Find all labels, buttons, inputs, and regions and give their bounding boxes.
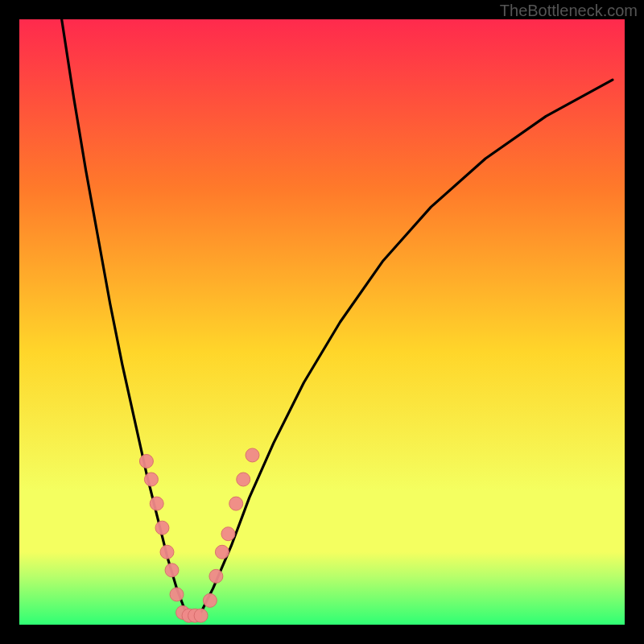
marker-left-6: [170, 588, 184, 601]
marker-left-3: [155, 521, 169, 535]
marker-left-5: [165, 564, 179, 577]
marker-right-1: [209, 569, 223, 583]
marker-right-2: [215, 545, 229, 559]
svg-rect-1: [19, 19, 625, 625]
bottleneck-curve-plot: [0, 0, 644, 644]
marker-left-0: [139, 454, 153, 468]
marker-left-2: [150, 497, 163, 510]
marker-right-3: [221, 527, 235, 541]
marker-right-0: [203, 593, 217, 607]
marker-left-4: [160, 545, 174, 559]
watermark-text: TheBottleneck.com: [500, 2, 638, 20]
chart-canvas: TheBottleneck.com: [0, 0, 644, 644]
marker-right-5: [237, 473, 250, 486]
marker-right-4: [229, 497, 243, 510]
marker-right-6: [246, 448, 259, 462]
marker-left-1: [144, 473, 158, 486]
marker-left-10: [194, 609, 208, 622]
